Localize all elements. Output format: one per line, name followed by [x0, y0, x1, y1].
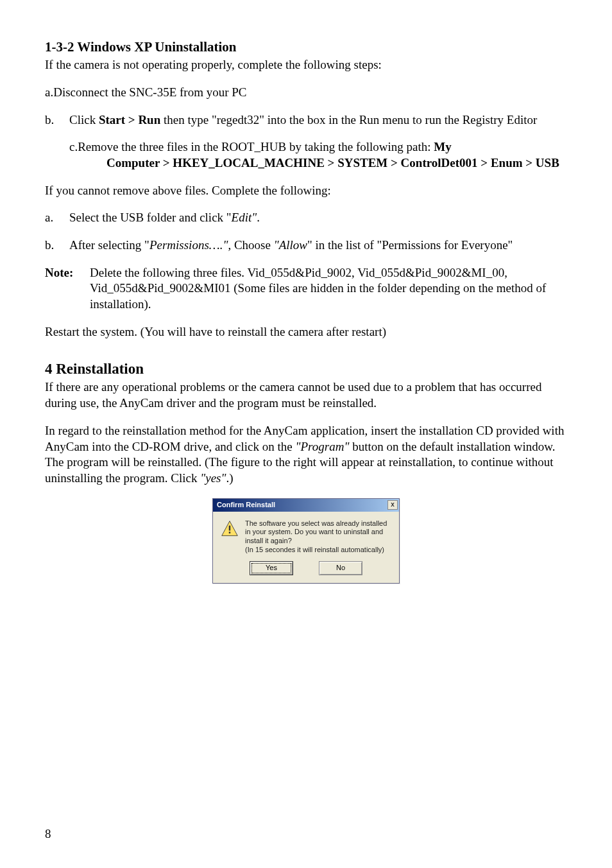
- substep-a-marker: a.: [45, 210, 69, 226]
- s4p2-i2: "yes": [200, 471, 226, 485]
- step-c: c.Remove the three files in the ROOT_HUB…: [69, 139, 567, 171]
- step-c-prefix: Remove the three files in the ROOT_HUB b…: [78, 140, 434, 153]
- substep-b-prefix: After selecting ": [69, 238, 149, 252]
- step-b-suffix: then type "regedt32" into the box in the…: [160, 113, 537, 126]
- substep-b: b. After selecting "Permissions….", Choo…: [45, 238, 567, 254]
- dialog-close-button[interactable]: x: [387, 500, 398, 510]
- note-label: Note:: [45, 265, 90, 313]
- step-c-marker: c.: [69, 140, 78, 153]
- step-a-text: Disconnect the SNC-35E from your PC: [53, 85, 246, 99]
- dialog-no-button[interactable]: No: [319, 561, 362, 575]
- substep-b-body: After selecting "Permissions….", Choose …: [69, 238, 567, 254]
- substep-b-suffix: " in the list of "Permissions for Everyo…: [307, 238, 513, 252]
- substep-a-prefix: Select the USB folder and click ": [69, 211, 232, 224]
- dialog-titlebar: Confirm Reinstall x: [213, 499, 399, 512]
- dialog-message: The software you select was already inst…: [245, 519, 391, 555]
- cannot-remove-text: If you cannot remove above files. Comple…: [45, 183, 567, 199]
- svg-rect-1: [229, 525, 230, 530]
- confirm-reinstall-dialog: Confirm Reinstall x The software you sel…: [212, 498, 400, 584]
- step-b: b. Click Start > Run then type "regedt32…: [45, 112, 567, 128]
- dialog-title-text: Confirm Reinstall: [217, 500, 275, 509]
- substep-a: a. Select the USB folder and click "Edit…: [45, 210, 567, 226]
- s4p2-c: .): [226, 471, 233, 485]
- warning-icon: [221, 519, 239, 555]
- step-b-prefix: Click: [69, 113, 99, 126]
- substep-b-italic2: "Allow: [274, 238, 307, 252]
- heading-1-3-2: 1-3-2 Windows XP Uninstallation: [45, 39, 567, 56]
- dialog-yes-button[interactable]: Yes: [250, 561, 293, 575]
- step-b-bold: Start > Run: [99, 113, 160, 126]
- s4p2-i1: "Program": [296, 440, 350, 453]
- step-c-bold-cont: Computer > HKEY_LOCAL_MACHINE > SYSTEM >…: [106, 156, 559, 169]
- substep-a-body: Select the USB folder and click "Edit".: [69, 210, 567, 226]
- step-a-marker: a.: [45, 85, 53, 99]
- note-body: Delete the following three files. Vid_05…: [90, 265, 567, 313]
- section4-p2: In regard to the reinstallation method f…: [45, 423, 567, 487]
- step-b-body: Click Start > Run then type "regedt32" i…: [69, 112, 567, 128]
- step-c-bold: My: [434, 140, 451, 153]
- restart-text: Restart the system. (You will have to re…: [45, 324, 567, 340]
- step-a: a.Disconnect the SNC-35E from your PC: [45, 85, 567, 101]
- substep-b-italic1: Permissions….": [149, 238, 228, 252]
- step-b-marker: b.: [45, 112, 69, 128]
- note-block: Note: Delete the following three files. …: [45, 265, 567, 313]
- substep-a-suffix: .: [257, 211, 260, 224]
- substep-b-marker: b.: [45, 238, 69, 254]
- page-number: 8: [45, 826, 51, 842]
- substep-a-italic: Edit": [232, 211, 257, 224]
- section4-p1: If there are any operational problems or…: [45, 379, 567, 411]
- substep-b-mid: , Choose: [228, 238, 273, 252]
- svg-rect-2: [229, 532, 230, 534]
- intro-text: If the camera is not operating properly,…: [45, 57, 567, 73]
- heading-4: 4 Reinstallation: [45, 360, 567, 379]
